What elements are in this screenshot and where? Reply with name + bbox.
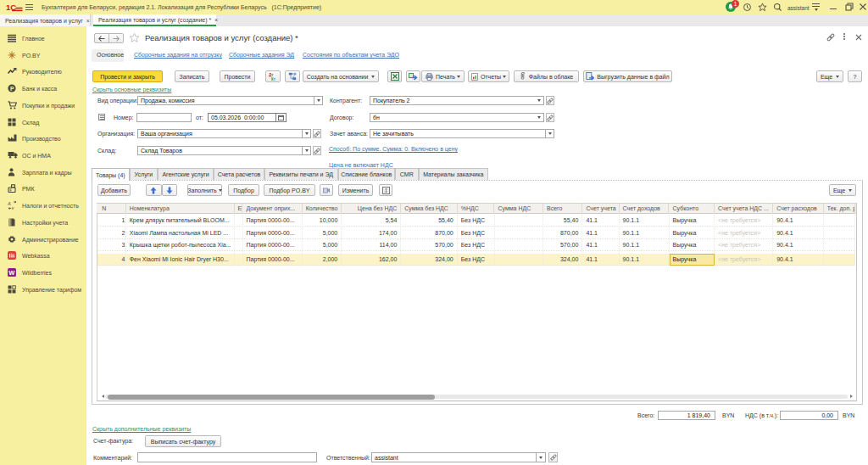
svg-text:W: W (8, 269, 15, 277)
svg-text:А: А (8, 201, 11, 206)
svg-text:Кт: Кт (271, 77, 276, 81)
svg-text:P: P (10, 86, 14, 92)
svg-text:у: у (11, 205, 15, 210)
